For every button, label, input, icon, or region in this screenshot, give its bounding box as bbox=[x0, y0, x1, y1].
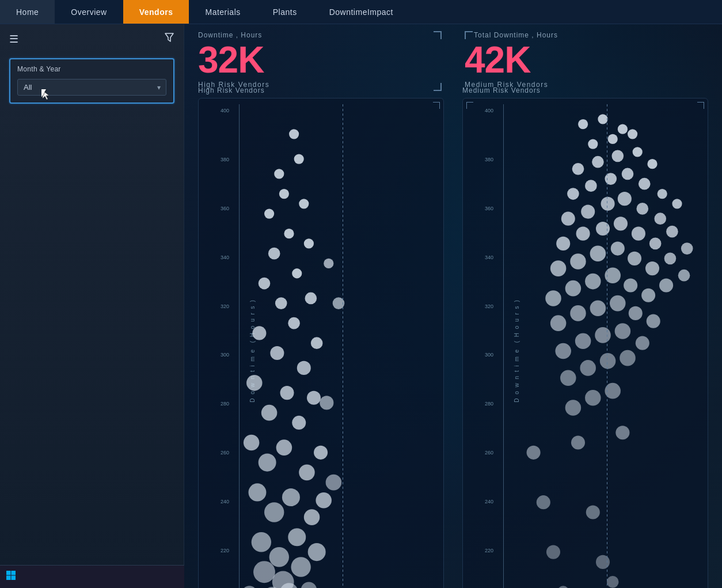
month-year-dropdown[interactable]: All Jan 2023 Feb 2023 Mar 2023 bbox=[17, 79, 166, 96]
left-scatter-svg bbox=[240, 104, 438, 588]
svg-point-10 bbox=[268, 248, 280, 260]
svg-point-73 bbox=[618, 192, 632, 206]
left-y-label-380: 380 bbox=[221, 157, 239, 162]
downtime-hours-label: Downtime , Hours bbox=[198, 31, 442, 39]
left-y-label-400: 400 bbox=[221, 108, 239, 113]
nav-plants[interactable]: Plants bbox=[257, 0, 313, 24]
right-y-labels: 400 380 360 340 320 300 280 260 240 220 bbox=[485, 104, 503, 588]
svg-point-104 bbox=[629, 306, 643, 320]
svg-point-47 bbox=[320, 396, 333, 409]
charts-row: High Risk Vendors D o w n t i m e ( H o … bbox=[184, 89, 722, 578]
total-downtime-label: Total Downtime , Hours bbox=[465, 31, 708, 39]
svg-point-88 bbox=[628, 252, 641, 265]
svg-point-11 bbox=[284, 229, 294, 238]
left-y-labels: 400 380 360 340 320 300 280 260 240 220 bbox=[221, 104, 239, 588]
left-y-label-240: 240 bbox=[221, 499, 239, 504]
svg-point-57 bbox=[608, 134, 618, 144]
right-chart-body: 400 380 360 340 320 300 280 260 240 220 bbox=[485, 104, 702, 588]
svg-point-63 bbox=[647, 159, 657, 169]
svg-point-9 bbox=[294, 154, 304, 164]
svg-point-114 bbox=[620, 350, 636, 366]
svg-point-32 bbox=[264, 502, 284, 522]
svg-point-94 bbox=[585, 274, 601, 290]
svg-point-59 bbox=[572, 163, 584, 175]
downtime-hours-stat: Downtime , Hours 32K High Risk Vendors bbox=[198, 31, 442, 89]
svg-point-36 bbox=[252, 532, 271, 552]
main-layout: ☰ Month & Year All bbox=[0, 24, 722, 588]
svg-point-22 bbox=[261, 405, 278, 421]
svg-point-72 bbox=[601, 197, 615, 211]
nav-home[interactable]: Home bbox=[0, 0, 55, 24]
stat-corner-tr bbox=[434, 31, 442, 39]
right-y-label-300: 300 bbox=[485, 352, 503, 358]
left-chart-container: D o w n t i m e ( H o u r s ) 400 380 36… bbox=[198, 98, 444, 588]
svg-point-23 bbox=[280, 386, 294, 400]
svg-point-53 bbox=[578, 119, 588, 129]
svg-point-83 bbox=[666, 226, 678, 238]
nav-downtime-impact[interactable]: DowntimeImpact bbox=[313, 0, 409, 24]
svg-point-110 bbox=[636, 336, 649, 350]
svg-point-99 bbox=[678, 270, 690, 282]
svg-point-79 bbox=[596, 222, 610, 236]
svg-point-90 bbox=[664, 252, 677, 264]
sidebar-header: ☰ bbox=[0, 24, 184, 54]
svg-point-31 bbox=[248, 483, 266, 501]
right-chart-inner: D o w n t i m e ( H o u r s ) 400 380 36… bbox=[463, 98, 708, 588]
svg-point-124 bbox=[596, 555, 610, 569]
svg-point-18 bbox=[270, 346, 284, 360]
svg-point-14 bbox=[275, 297, 287, 309]
svg-point-30 bbox=[307, 391, 321, 405]
left-dashed-line bbox=[343, 104, 343, 588]
svg-point-5 bbox=[274, 169, 284, 179]
svg-point-92 bbox=[545, 290, 561, 306]
svg-point-98 bbox=[659, 278, 673, 292]
right-dashed-line bbox=[607, 104, 607, 588]
left-y-label-340: 340 bbox=[221, 255, 239, 260]
filter-box-wrapper: Month & Year All Jan 2023 Feb 2023 Mar 2… bbox=[0, 54, 184, 113]
right-y-label-260: 260 bbox=[485, 450, 503, 456]
nav-materials[interactable]: Materials bbox=[189, 0, 256, 24]
right-scatter-svg bbox=[504, 104, 702, 588]
nav-vendors[interactable]: Vendors bbox=[123, 0, 189, 24]
svg-point-52 bbox=[301, 582, 317, 588]
svg-point-55 bbox=[618, 124, 628, 134]
svg-rect-2 bbox=[12, 571, 16, 575]
svg-point-85 bbox=[570, 253, 586, 270]
svg-point-111 bbox=[560, 370, 576, 386]
svg-point-107 bbox=[575, 333, 591, 349]
svg-rect-1 bbox=[6, 571, 11, 575]
top-navigation: Home Overview Vendors Materials Plants D… bbox=[0, 0, 722, 24]
right-y-label-280: 280 bbox=[485, 401, 503, 407]
svg-point-106 bbox=[555, 343, 571, 359]
svg-point-26 bbox=[244, 435, 260, 451]
svg-point-81 bbox=[632, 227, 645, 241]
right-chart-wrapper: Medium Risk Vendors D o w n t i m e ( H … bbox=[462, 98, 708, 568]
svg-point-16 bbox=[304, 238, 314, 248]
filter-icon[interactable] bbox=[164, 32, 174, 45]
svg-point-13 bbox=[259, 278, 271, 290]
svg-point-78 bbox=[576, 227, 590, 241]
svg-point-17 bbox=[252, 326, 266, 340]
svg-point-8 bbox=[279, 189, 289, 199]
right-scatter-area: 0M 10M bbox=[503, 104, 702, 588]
right-y-label-380: 380 bbox=[485, 157, 503, 162]
stat-corner-tl bbox=[465, 31, 473, 39]
svg-point-27 bbox=[259, 454, 276, 472]
left-y-label-360: 360 bbox=[221, 206, 239, 211]
svg-point-58 bbox=[628, 129, 637, 139]
left-chart-body: 400 380 360 340 320 300 280 260 240 220 bbox=[221, 104, 438, 588]
svg-point-51 bbox=[241, 586, 257, 588]
windows-start-button[interactable] bbox=[6, 570, 16, 583]
svg-point-126 bbox=[607, 576, 619, 588]
left-scatter-area: 10M 20M bbox=[239, 104, 438, 588]
sidebar: ☰ Month & Year All bbox=[0, 24, 184, 588]
right-chart-container: D o w n t i m e ( H o u r s ) 400 380 36… bbox=[462, 98, 708, 588]
svg-point-19 bbox=[288, 317, 300, 329]
total-downtime-stat: Total Downtime , Hours 42K Medium Risk V… bbox=[465, 31, 708, 89]
hamburger-icon[interactable]: ☰ bbox=[9, 33, 18, 45]
svg-marker-0 bbox=[165, 33, 173, 41]
nav-overview[interactable]: Overview bbox=[55, 0, 123, 24]
svg-point-109 bbox=[615, 323, 631, 339]
left-y-label-320: 320 bbox=[221, 304, 239, 309]
svg-point-35 bbox=[314, 446, 328, 460]
